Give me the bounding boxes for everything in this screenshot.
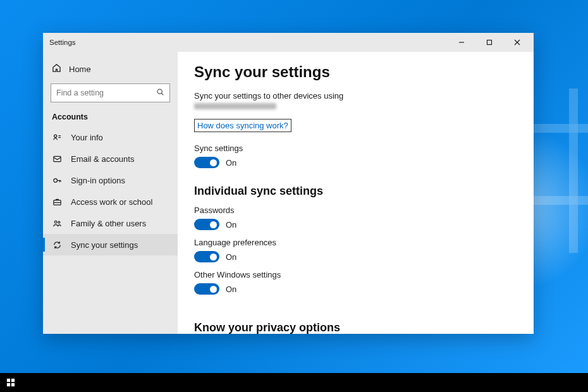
- account-email-redacted: [194, 103, 276, 109]
- sidebar-item-sync-settings[interactable]: Sync your settings: [43, 234, 178, 255]
- svg-rect-9: [53, 156, 60, 161]
- sidebar-item-label: Family & other users: [71, 219, 146, 228]
- sidebar-item-label: Sign-in options: [71, 176, 125, 185]
- opt-language-toggle[interactable]: [194, 251, 219, 262]
- window-title: Settings: [49, 39, 76, 46]
- svg-rect-20: [7, 383, 10, 386]
- key-icon: [52, 175, 62, 185]
- person-card-icon: [52, 132, 62, 142]
- sync-icon: [52, 240, 62, 250]
- sidebar-item-label: Access work or school: [71, 197, 152, 207]
- sidebar-item-access-work-school[interactable]: Access work or school: [43, 191, 178, 212]
- svg-point-6: [54, 135, 56, 137]
- minimize-button[interactable]: [448, 33, 475, 52]
- mail-icon: [52, 154, 62, 164]
- sidebar-item-label: Sync your settings: [71, 240, 138, 250]
- svg-point-10: [53, 178, 57, 182]
- sidebar-item-signin-options[interactable]: Sign-in options: [43, 169, 178, 191]
- svg-rect-1: [487, 40, 492, 45]
- main-content: Sync your settings Sync your settings to…: [178, 52, 534, 334]
- settings-window: Settings Home Find a setting Accounts: [43, 33, 534, 334]
- sidebar-item-email-accounts[interactable]: Email & accounts: [43, 148, 178, 169]
- maximize-button[interactable]: [475, 33, 503, 52]
- sidebar-item-label: Your info: [71, 133, 103, 142]
- sidebar: Home Find a setting Accounts Your info E…: [43, 52, 178, 334]
- opt-passwords-label: Passwords: [194, 205, 517, 215]
- opt-other-windows-toggle[interactable]: [194, 283, 219, 295]
- close-button[interactable]: [503, 33, 531, 52]
- svg-rect-21: [11, 383, 15, 386]
- individual-sync-heading: Individual sync settings: [194, 185, 517, 198]
- people-icon: [52, 218, 62, 228]
- search-input[interactable]: Find a setting: [51, 83, 170, 102]
- how-syncing-works-link[interactable]: How does syncing work?: [194, 119, 291, 132]
- sync-settings-state: On: [226, 158, 236, 168]
- sync-settings-label: Sync settings: [194, 144, 517, 153]
- sidebar-item-family-users[interactable]: Family & other users: [43, 212, 178, 234]
- opt-other-windows-label: Other Windows settings: [194, 270, 517, 279]
- sidebar-item-your-info[interactable]: Your info: [43, 126, 178, 148]
- search-icon: [156, 88, 164, 98]
- windows-logo-icon: [6, 378, 15, 387]
- svg-line-5: [162, 94, 164, 95]
- svg-point-17: [58, 221, 59, 223]
- briefcase-icon: [52, 197, 62, 207]
- opt-passwords-state: On: [226, 220, 236, 230]
- nav-home-label: Home: [69, 64, 91, 74]
- opt-language-state: On: [226, 252, 236, 262]
- opt-language-label: Language preferences: [194, 238, 517, 247]
- svg-point-16: [54, 221, 57, 223]
- opt-other-windows-state: On: [226, 285, 236, 294]
- start-button[interactable]: [0, 373, 21, 392]
- search-placeholder: Find a setting: [56, 89, 156, 97]
- home-icon: [52, 63, 61, 75]
- titlebar[interactable]: Settings: [43, 33, 534, 52]
- nav-home[interactable]: Home: [43, 59, 178, 78]
- svg-rect-18: [7, 379, 10, 382]
- sidebar-section-accounts: Accounts: [43, 109, 178, 126]
- svg-point-4: [157, 89, 162, 94]
- page-title: Sync your settings: [194, 63, 517, 81]
- taskbar[interactable]: [0, 373, 588, 392]
- sync-settings-toggle[interactable]: [194, 157, 219, 168]
- privacy-heading: Know your privacy options: [194, 321, 517, 334]
- sidebar-item-label: Email & accounts: [71, 154, 134, 164]
- intro-text: Sync your settings to other devices usin…: [194, 91, 517, 101]
- opt-passwords-toggle[interactable]: [194, 219, 219, 230]
- svg-rect-19: [11, 379, 15, 382]
